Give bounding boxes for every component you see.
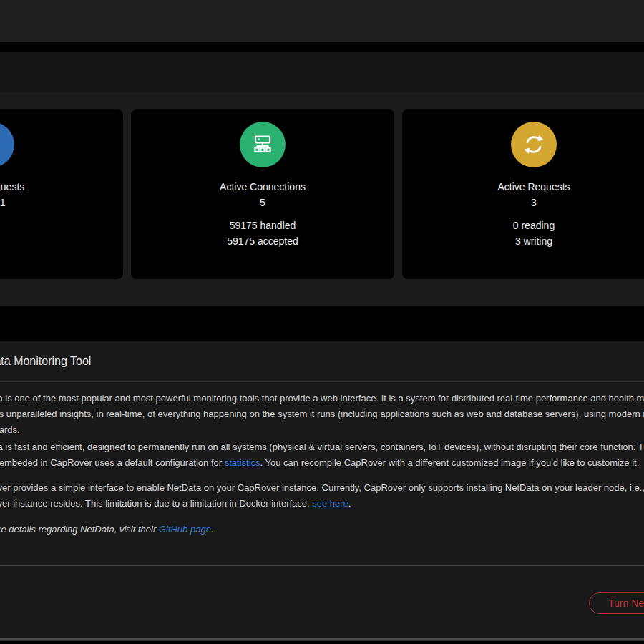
stat-card-total-requests: Total Requests 59371 xyxy=(0,109,123,279)
paragraph-text: . xyxy=(348,498,351,509)
paragraph-text: CapRover instance resides. This limitati… xyxy=(0,498,312,509)
paragraph-line: dashboards. xyxy=(0,422,644,438)
stat-label: Active Connections xyxy=(131,181,394,192)
stat-value: 59371 xyxy=(0,197,123,208)
paragraph-text: . You can recompile CapRover with a diff… xyxy=(260,457,640,468)
paragraph-line: For more details regarding NetData, visi… xyxy=(0,522,644,537)
stat-value: 5 xyxy=(131,197,394,208)
stat-value: 3 xyxy=(402,197,644,208)
paragraph-line: CapRover instance resides. This limitati… xyxy=(0,496,644,512)
stat-label: Total Requests xyxy=(0,181,123,192)
stat-detail-line: 59175 handled xyxy=(131,218,394,233)
see-here-link[interactable]: see here xyxy=(312,498,348,509)
cluster-icon xyxy=(240,122,286,167)
stat-details: 0 reading 3 writing xyxy=(402,218,644,249)
netdata-section-title: NetData Monitoring Tool xyxy=(0,354,644,369)
stat-card-active-connections: Active Connections 5 59175 handled 59175… xyxy=(131,109,394,279)
section-header-divider xyxy=(0,381,644,382)
bottom-edge-bar xyxy=(0,638,644,641)
paragraph-text: engine embeded in CapRover uses a defaul… xyxy=(0,457,225,468)
section-footer-divider xyxy=(0,565,644,566)
paragraph-line: provides unparalleled insights, in real-… xyxy=(0,406,644,422)
load-balancer-stats-panel: Total Requests 59371 Active Connections … xyxy=(0,92,644,306)
page-subheader-strip xyxy=(0,52,644,92)
netdata-paragraph-limitation: CapRover provides a simple interface to … xyxy=(0,480,644,512)
top-nav-bar xyxy=(0,0,644,42)
stat-detail-line: 3 writing xyxy=(402,233,644,249)
statistics-link[interactable]: statistics xyxy=(225,457,260,468)
github-page-link[interactable]: GitHub page xyxy=(159,524,211,535)
sync-icon xyxy=(511,122,557,167)
paragraph-line: CapRover provides a simple interface to … xyxy=(0,480,644,496)
paragraph-text: For more details regarding NetData, visi… xyxy=(0,524,159,535)
paragraph-text: . xyxy=(211,524,214,535)
stat-detail-line: 59175 accepted xyxy=(131,233,394,249)
paragraph-line: NetData is one of the most popular and m… xyxy=(0,391,644,406)
netdata-paragraph-intro: NetData is one of the most popular and m… xyxy=(0,391,644,438)
netdata-paragraph-engine: NetData is fast and efficient, designed … xyxy=(0,439,644,471)
stat-label: Active Requests xyxy=(402,181,644,192)
stat-detail-line: 0 reading xyxy=(402,218,644,233)
turn-netdata-on-button[interactable]: Turn NetData On xyxy=(589,592,644,614)
netdata-section: NetData Monitoring Tool NetData is one o… xyxy=(0,341,644,638)
globe-icon xyxy=(0,122,14,167)
stat-card-active-requests: Active Requests 3 0 reading 3 writing xyxy=(402,109,644,279)
paragraph-line: NetData is fast and efficient, designed … xyxy=(0,439,644,455)
stat-details: 59175 handled 59175 accepted xyxy=(131,218,394,249)
netdata-footer-note: For more details regarding NetData, visi… xyxy=(0,522,644,537)
paragraph-line: engine embeded in CapRover uses a defaul… xyxy=(0,455,644,471)
